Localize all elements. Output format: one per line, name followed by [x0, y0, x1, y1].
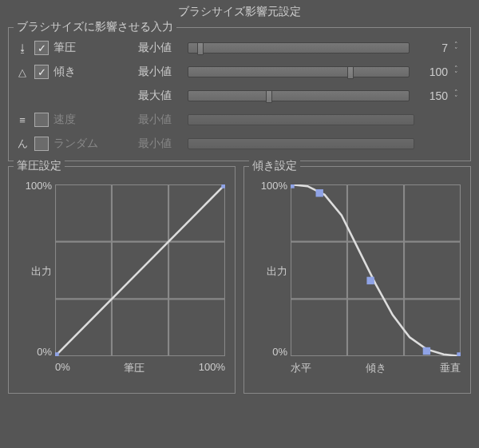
tilt-max-spinner[interactable]: ˄˅ — [454, 90, 464, 101]
speed-min-label: 最小値 — [138, 113, 183, 127]
pressure-chart: 筆圧設定 100% 出力 0% 0% 筆圧 100% — [8, 166, 236, 394]
tilt-xaxis: 水平 傾き 垂直 — [291, 361, 461, 375]
curve-handle[interactable] — [291, 184, 295, 188]
pressure-min-label: 最小値 — [138, 41, 183, 55]
tilt-ytick-top: 100% — [249, 180, 287, 192]
curve-handle[interactable] — [221, 184, 225, 188]
pressure-xaxis: 0% 筆圧 100% — [55, 361, 225, 375]
row-pressure: ⭳ 筆圧 最小値 7 ˄˅ — [15, 36, 464, 60]
speed-min-slider — [188, 114, 414, 125]
pressure-ylabel: 出力 — [14, 264, 52, 279]
pressure-ytick-top: 100% — [14, 180, 52, 192]
pressure-min-spinner[interactable]: ˄˅ — [454, 42, 464, 54]
tilt-checkbox[interactable] — [34, 65, 49, 79]
curve-handle[interactable] — [366, 277, 374, 284]
tilt-min-label: 最小値 — [138, 65, 183, 79]
charts-area: 筆圧設定 100% 出力 0% 0% 筆圧 100% 傾き設定 100% — [8, 166, 471, 394]
tilt-max-value[interactable]: 150 — [414, 89, 449, 102]
tilt-plot[interactable] — [291, 184, 461, 356]
curve-handle[interactable] — [55, 352, 59, 356]
tilt-label: 傾き — [53, 65, 133, 79]
tilt-ytick-bot: 0% — [249, 346, 287, 358]
random-label: ランダム — [53, 137, 133, 151]
random-min-label: 最小値 — [138, 137, 183, 151]
row-tilt: △ 傾き 最小値 100 ˄˅ — [15, 60, 464, 84]
pressure-ytick-bot: 0% — [14, 346, 52, 358]
inputs-group: ブラシサイズに影響させる入力 ⭳ 筆圧 最小値 7 ˄˅ △ 傾き 最小値 10… — [8, 27, 471, 161]
tilt-xtick-0: 水平 — [291, 361, 311, 375]
pressure-label: 筆圧 — [53, 41, 133, 55]
curve-handle[interactable] — [423, 347, 430, 355]
pressure-xtick-0: 0% — [55, 361, 70, 375]
dialog-title: ブラシサイズ影響元設定 — [0, 0, 479, 21]
row-speed: ≡ 速度 最小値 — [15, 108, 464, 132]
pressure-chart-title: 筆圧設定 — [14, 159, 65, 173]
tilt-icon: △ — [15, 66, 30, 78]
curve-handle[interactable] — [457, 352, 461, 356]
speed-icon: ≡ — [15, 114, 30, 126]
tilt-xtick-2: 垂直 — [440, 361, 461, 375]
row-random: ん ランダム 最小値 — [15, 132, 464, 156]
speed-label: 速度 — [53, 113, 133, 127]
speed-checkbox[interactable] — [34, 113, 49, 127]
tilt-max-label: 最大値 — [138, 89, 183, 103]
row-tilt-max: 最大値 150 ˄˅ — [15, 84, 464, 108]
inputs-group-label: ブラシサイズに影響させる入力 — [14, 20, 176, 34]
tilt-xtick-1: 傾き — [366, 361, 386, 375]
tilt-max-slider[interactable] — [188, 90, 410, 101]
random-icon: ん — [15, 137, 30, 151]
pressure-min-value[interactable]: 7 — [414, 42, 449, 54]
pressure-min-slider[interactable] — [188, 42, 410, 54]
curve-handle[interactable] — [316, 189, 323, 196]
pressure-xtick-1: 筆圧 — [124, 361, 144, 375]
tilt-chart: 傾き設定 100% 出力 0% 水平 傾き 垂直 — [243, 166, 471, 394]
tilt-ylabel: 出力 — [249, 264, 287, 279]
tilt-min-value[interactable]: 100 — [414, 65, 449, 78]
tilt-chart-title: 傾き設定 — [249, 159, 300, 173]
tilt-min-spinner[interactable]: ˄˅ — [454, 66, 464, 77]
random-min-slider — [188, 138, 414, 149]
pressure-checkbox[interactable] — [34, 41, 49, 55]
pressure-icon: ⭳ — [15, 42, 30, 54]
tilt-min-slider[interactable] — [188, 66, 410, 77]
pressure-xtick-2: 100% — [199, 361, 225, 375]
slider-thumb[interactable] — [266, 90, 272, 103]
random-checkbox[interactable] — [34, 137, 49, 151]
slider-thumb[interactable] — [197, 42, 204, 55]
slider-thumb[interactable] — [347, 66, 354, 79]
pressure-plot[interactable] — [55, 184, 225, 356]
